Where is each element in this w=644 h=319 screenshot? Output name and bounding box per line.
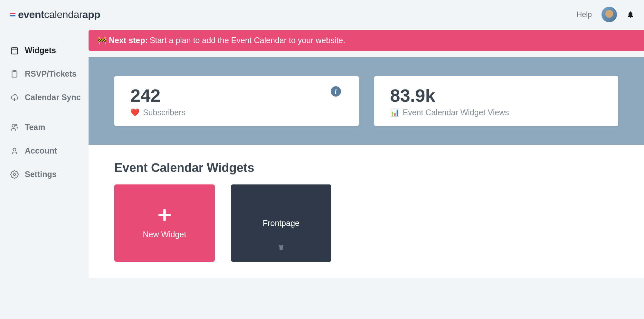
gear-icon (10, 170, 19, 179)
banner-text: Start a plan to add the Event Calendar t… (150, 36, 345, 45)
header: eventcalendarapp Help (0, 0, 644, 29)
sidebar-item-rsvp[interactable]: RSVP/Tickets (10, 62, 89, 86)
sidebar-item-label: RSVP/Tickets (25, 69, 77, 79)
views-card: 83.9k 📊 Event Calendar Widget Views (374, 76, 619, 126)
avatar[interactable] (601, 7, 617, 22)
team-icon (10, 123, 19, 132)
chart-icon: 📊 (390, 108, 400, 117)
sidebar-item-widgets[interactable]: Widgets (10, 39, 89, 62)
svg-point-8 (13, 148, 16, 151)
new-widget-label: New Widget (143, 230, 186, 239)
plus-icon (157, 207, 172, 225)
subscribers-value: 242 (130, 85, 347, 106)
calendar-icon (10, 46, 19, 55)
logo[interactable]: eventcalendarapp (10, 9, 100, 21)
widgets-section: Event Calendar Widgets New Widget Frontp… (89, 145, 644, 278)
svg-point-9 (14, 173, 16, 175)
sidebar: Widgets RSVP/Tickets Calendar Sync (0, 29, 89, 278)
header-right: Help (577, 7, 634, 22)
cloud-sync-icon (10, 93, 19, 102)
subscribers-card: 242 ❤️ Subscribers i (114, 76, 359, 126)
svg-point-6 (12, 124, 15, 127)
views-label: 📊 Event Calendar Widget Views (390, 108, 607, 117)
views-value: 83.9k (390, 85, 607, 106)
widget-name: Frontpage (263, 219, 299, 228)
main-content: 🚧 Next step: Start a plan to add the Eve… (89, 29, 644, 278)
sidebar-item-label: Calendar Sync (25, 93, 81, 102)
heart-icon: ❤️ (130, 108, 140, 117)
sidebar-item-calendar-sync[interactable]: Calendar Sync (10, 86, 89, 109)
sidebar-item-label: Widgets (25, 46, 56, 55)
widgets-grid: New Widget Frontpage (114, 184, 618, 262)
bell-icon[interactable] (627, 10, 634, 19)
account-icon (10, 147, 19, 155)
help-link[interactable]: Help (577, 10, 592, 19)
info-icon[interactable]: i (331, 86, 341, 97)
logo-text: eventcalendarapp (18, 9, 100, 21)
sidebar-item-label: Account (25, 146, 57, 155)
widgets-title: Event Calendar Widgets (114, 161, 618, 175)
next-step-banner[interactable]: 🚧 Next step: Start a plan to add the Eve… (89, 30, 644, 51)
subscribers-label: ❤️ Subscribers (130, 108, 347, 117)
sidebar-item-label: Team (25, 123, 45, 132)
sidebar-item-settings[interactable]: Settings (10, 163, 89, 186)
trash-icon[interactable] (278, 243, 285, 253)
svg-rect-0 (11, 48, 18, 54)
sidebar-item-label: Settings (25, 170, 57, 179)
logo-bars-icon (10, 13, 15, 16)
sidebar-item-account[interactable]: Account (10, 139, 89, 163)
sidebar-item-team[interactable]: Team (10, 116, 89, 139)
content-wrapper: Widgets RSVP/Tickets Calendar Sync (0, 29, 644, 278)
clipboard-icon (10, 70, 19, 78)
stats-section: 242 ❤️ Subscribers i 83.9k 📊 Event Calen… (89, 57, 644, 145)
widget-card-frontpage[interactable]: Frontpage (231, 184, 331, 262)
banner-strong: Next step: (109, 36, 148, 45)
new-widget-button[interactable]: New Widget (114, 184, 215, 262)
svg-point-7 (15, 124, 17, 126)
construction-icon: 🚧 (98, 36, 107, 45)
